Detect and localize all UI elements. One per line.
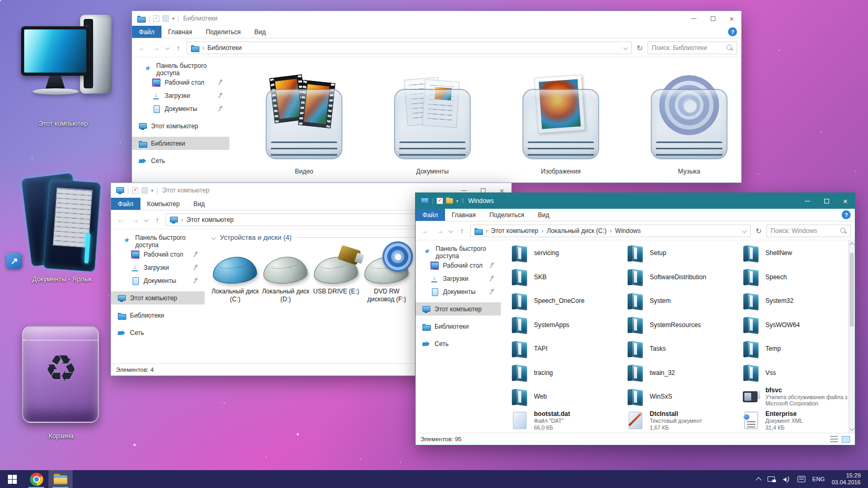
- sidebar-item-quick-access[interactable]: Панель быстрого доступа: [416, 246, 501, 259]
- action-center-icon[interactable]: [798, 476, 805, 482]
- minimize-button[interactable]: [684, 11, 703, 26]
- sidebar-item-pinned[interactable]: Загрузки: [111, 261, 205, 274]
- sidebar-item-network[interactable]: Сеть: [416, 337, 501, 350]
- file-item[interactable]: Enterprise Документ XML 31,4 КБ: [740, 409, 855, 433]
- breadcrumb-item[interactable]: Этот компьютер: [186, 216, 234, 223]
- address-bar[interactable]: › Библиотеки: [187, 42, 632, 54]
- sidebar-item-quick-access[interactable]: Панель быстрого доступа: [111, 235, 205, 248]
- language-indicator[interactable]: ENG: [812, 476, 825, 482]
- sidebar-item-this-pc[interactable]: Этот компьютер: [132, 119, 229, 133]
- sidebar-item-this-pc[interactable]: Этот компьютер: [111, 291, 205, 304]
- qat-properties-icon[interactable]: [437, 198, 443, 204]
- scroll-down-icon[interactable]: [850, 426, 855, 431]
- sidebar-item-this-pc[interactable]: Этот компьютер: [416, 302, 501, 316]
- qat-customize-icon[interactable]: ▾: [456, 199, 458, 204]
- titlebar[interactable]: | ▾ | Библиотеки ×: [132, 11, 741, 26]
- search-box[interactable]: Поиск: Windows: [766, 225, 851, 237]
- refresh-button[interactable]: ↻: [634, 44, 645, 52]
- scroll-up-icon[interactable]: [850, 242, 855, 248]
- file-item[interactable]: Speech: [740, 266, 855, 290]
- sidebar-item-libraries[interactable]: Библиотеки: [416, 320, 501, 333]
- address-dropdown-icon[interactable]: [742, 228, 746, 232]
- file-item[interactable]: twain_32: [624, 361, 740, 385]
- forward-button[interactable]: →: [150, 44, 162, 52]
- file-item[interactable]: ShellNew: [740, 241, 855, 266]
- clock[interactable]: 15:29 03.04.2016: [832, 472, 863, 486]
- sidebar-item-network[interactable]: Сеть: [132, 154, 229, 167]
- file-item[interactable]: WinSxS: [624, 385, 740, 409]
- qat-properties-icon[interactable]: [153, 15, 159, 22]
- library-item[interactable]: Документы: [368, 73, 497, 182]
- tab-home[interactable]: Главная: [445, 209, 483, 221]
- drive-item[interactable]: Локальный диск (C:): [210, 249, 260, 303]
- file-item[interactable]: DtcInstall Текстовый документ 1,67 КБ: [624, 409, 740, 433]
- sidebar-item-pinned[interactable]: Загрузки: [416, 272, 501, 285]
- sidebar-item-pinned[interactable]: Рабочий стол: [132, 76, 229, 89]
- sidebar-item-libraries[interactable]: Библиотеки: [132, 137, 229, 150]
- qat-customize-icon[interactable]: ▾: [151, 188, 153, 193]
- file-item[interactable]: Tasks: [624, 337, 740, 361]
- taskbar-chrome-button[interactable]: [24, 470, 48, 488]
- desktop-icon-recycle-bin[interactable]: ♻: [18, 322, 104, 430]
- tab-view[interactable]: Вид: [187, 198, 212, 210]
- sidebar-item-network[interactable]: Сеть: [111, 326, 205, 339]
- file-item[interactable]: SKB: [508, 266, 624, 290]
- back-button[interactable]: ←: [115, 216, 127, 224]
- search-box[interactable]: Поиск: Библиотеки: [648, 42, 737, 54]
- maximize-button[interactable]: [817, 193, 836, 209]
- tab-home[interactable]: Главная: [162, 26, 199, 38]
- show-hidden-icons-chevron[interactable]: [755, 477, 761, 483]
- breadcrumb-item[interactable]: Библиотеки: [207, 44, 241, 52]
- help-button[interactable]: ?: [842, 210, 851, 219]
- desktop-icon-documents-shortcut[interactable]: ↗: [24, 175, 103, 277]
- desktop-label-recycle-bin[interactable]: Корзина: [6, 432, 116, 440]
- breadcrumb-item[interactable]: Windows: [615, 227, 641, 235]
- qat-properties-icon[interactable]: [132, 187, 138, 194]
- file-item[interactable]: Temp: [740, 337, 855, 361]
- sidebar-item-pinned[interactable]: Документы: [416, 285, 501, 298]
- tab-file[interactable]: Файл: [132, 26, 162, 38]
- tab-file[interactable]: Файл: [111, 198, 140, 210]
- desktop-label-this-pc[interactable]: Этот компьютер: [8, 120, 118, 127]
- file-item[interactable]: Vss: [740, 361, 855, 385]
- drive-item[interactable]: Локальный диск (D:): [260, 249, 311, 303]
- sidebar-item-pinned[interactable]: Рабочий стол: [111, 248, 205, 261]
- desktop-label-documents[interactable]: Документы - Ярлык: [7, 276, 117, 283]
- address-bar[interactable]: › Этот компьютер › Локальный диск (C:) ›…: [470, 225, 751, 237]
- file-item[interactable]: Web: [508, 385, 624, 409]
- close-button[interactable]: ×: [836, 193, 855, 209]
- forward-button[interactable]: →: [434, 227, 446, 235]
- sidebar-item-libraries[interactable]: Библиотеки: [111, 309, 205, 322]
- scrollbar-thumb[interactable]: [850, 253, 854, 327]
- help-button[interactable]: ?: [728, 27, 737, 36]
- collapse-chevron-icon[interactable]: [211, 235, 216, 239]
- library-item[interactable]: Видео: [240, 73, 368, 182]
- qat-customize-icon[interactable]: ▾: [172, 16, 174, 21]
- back-button[interactable]: ←: [136, 44, 148, 52]
- thumbnails-view-icon[interactable]: [842, 436, 850, 443]
- volume-icon[interactable]: [783, 476, 791, 483]
- close-button[interactable]: ×: [722, 11, 741, 26]
- qat-newfolder-icon[interactable]: [142, 187, 148, 194]
- file-item[interactable]: SystemResources: [624, 313, 740, 338]
- file-item[interactable]: Setup: [624, 241, 740, 266]
- sidebar-item-pinned[interactable]: Документы: [132, 102, 229, 115]
- scrollbar[interactable]: [848, 240, 855, 433]
- titlebar[interactable]: | ▾ ‖ Windows ×: [416, 193, 855, 209]
- sidebar-item-pinned[interactable]: Документы: [111, 274, 205, 287]
- file-item[interactable]: SoftwareDistribution: [624, 266, 740, 290]
- tab-view[interactable]: Вид: [531, 209, 556, 221]
- up-button[interactable]: ↑: [152, 216, 163, 224]
- file-item[interactable]: Speech_OneCore: [508, 289, 624, 313]
- tab-computer[interactable]: Компьютер: [140, 198, 187, 210]
- recent-locations-icon[interactable]: [449, 228, 453, 232]
- taskbar-explorer-button[interactable]: [48, 470, 73, 488]
- details-view-icon[interactable]: [830, 436, 838, 442]
- file-item[interactable]: SystemApps: [508, 313, 624, 338]
- recent-locations-icon[interactable]: [165, 45, 169, 49]
- file-item[interactable]: servicing: [508, 241, 624, 266]
- breadcrumb-item[interactable]: Локальный диск (C:): [547, 227, 607, 235]
- library-item[interactable]: Музыка: [625, 73, 753, 182]
- forward-button[interactable]: →: [129, 216, 141, 224]
- qat-newfolder-icon[interactable]: [446, 198, 453, 204]
